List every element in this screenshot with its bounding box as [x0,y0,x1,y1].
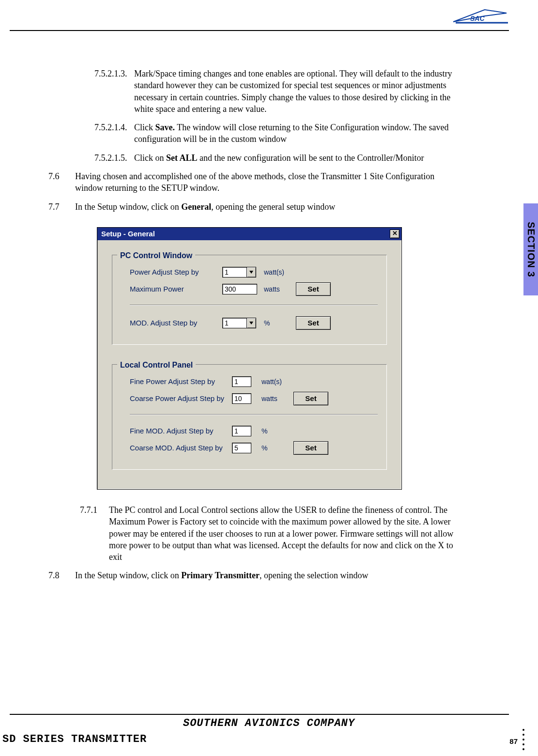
item-7-5-2-1-5: 7.5.2.1.5. Click on Set ALL and the new … [94,152,456,164]
item-text: Click on Set ALL and the new configurati… [134,152,456,164]
item-7-5-2-1-4: 7.5.2.1.4. Click Save. The window will c… [94,122,456,145]
text: In the Setup window, click on [75,202,181,212]
fine-mod-row: Fine MOD. Adjust Step by % [130,426,378,436]
set-button-power[interactable]: Set [296,282,331,296]
coarse-mod-row: Coarse MOD. Adjust Step by % Set [130,441,378,455]
text: Click [134,123,155,132]
item-7-6: 7.6 Having chosen and accomplished one o… [48,170,456,194]
dialog-titlebar[interactable]: Setup - General ✕ [97,228,401,240]
separator [130,414,378,415]
item-number: 7.7 [48,201,75,213]
item-7-5-2-1-3: 7.5.2.1.3. Mark/Space timing changes and… [94,68,456,115]
item-number: 7.8 [48,570,75,581]
footer-page-number: 87 [509,737,518,745]
item-number: 7.7.1 [80,504,109,563]
close-icon: ✕ [392,230,398,237]
setup-general-dialog: Setup - General ✕ PC Control Window Powe… [97,227,402,490]
pc-control-window-group: PC Control Window Power Adjust Step by w… [112,255,387,345]
svg-text:SAC: SAC [470,15,485,22]
bold-general: General [181,202,211,212]
mod-adjust-unit: % [264,319,293,328]
section-tab: SECTION 3 [523,203,538,295]
item-text: The PC control and Local Control section… [109,504,456,563]
text: In the Setup window, click on [75,571,181,580]
bold-primary-transmitter: Primary Transmitter [181,571,260,580]
set-button-local-mod[interactable]: Set [293,441,328,455]
power-adjust-unit: watt(s) [264,268,293,277]
item-number: 7.6 [48,170,75,194]
chevron-down-icon[interactable] [246,267,256,278]
fine-power-input[interactable] [232,376,251,387]
footer-series: SD SERIES TRANSMITTER [2,733,147,745]
footer-dots-icon [523,729,524,750]
coarse-mod-input[interactable] [232,443,251,453]
footer-rule [10,714,509,715]
power-adjust-input[interactable] [222,267,246,278]
bold-setall: Set ALL [166,153,198,163]
close-button[interactable]: ✕ [390,230,400,238]
item-number: 7.5.2.1.4. [94,122,134,145]
item-text: In the Setup window, click on Primary Tr… [75,570,456,581]
fine-mod-input[interactable] [232,426,251,436]
mod-adjust-row: MOD. Adjust Step by % Set [130,316,378,330]
set-button-local-power[interactable]: Set [293,392,328,405]
fine-power-label: Fine Power Adjust Step by [130,377,229,386]
item-7-7-1: 7.7.1 The PC control and Local Control s… [80,504,456,563]
mod-adjust-combo[interactable] [222,318,257,328]
item-number: 7.5.2.1.3. [94,68,134,115]
dialog-title: Setup - General [101,229,155,239]
item-text: Mark/Space timing changes and tone enabl… [134,68,456,115]
power-adjust-row: Power Adjust Step by watt(s) [130,267,378,278]
text: The window will close returning to the S… [134,123,449,144]
coarse-mod-label: Coarse MOD. Adjust Step by [130,443,229,453]
set-button-mod[interactable]: Set [296,316,331,330]
fine-mod-label: Fine MOD. Adjust Step by [130,426,229,436]
fine-power-unit: watt(s) [261,377,291,386]
max-power-unit: watts [264,285,293,294]
item-7-7: 7.7 In the Setup window, click on Genera… [48,201,456,213]
coarse-power-label: Coarse Power Adjust Step by [130,394,229,403]
text: and the new configuration will be sent t… [198,153,424,163]
max-power-label: Maximum Power [130,284,219,294]
chevron-down-icon[interactable] [246,318,256,328]
text: Click on [134,153,166,163]
item-text: Having chosen and accomplished one of th… [75,170,456,194]
item-text: In the Setup window, click on General, o… [75,201,456,213]
text: , opening the selection window [260,571,368,580]
group-legend: Local Control Panel [117,360,196,370]
coarse-power-unit: watts [261,394,291,403]
footer-company: SOUTHERN AVIONICS COMPANY [0,717,538,729]
coarse-power-row: Coarse Power Adjust Step by watts Set [130,392,378,405]
item-number: 7.5.2.1.5. [94,152,134,164]
coarse-power-input[interactable] [232,393,251,404]
item-7-8: 7.8 In the Setup window, click on Primar… [48,570,456,581]
item-text: Click Save. The window will close return… [134,122,456,145]
company-logo: SAC [451,7,509,27]
fine-mod-unit: % [261,427,291,436]
max-power-input[interactable] [222,284,257,294]
text: , opening the general setup window [211,202,335,212]
separator [130,305,378,306]
power-adjust-label: Power Adjust Step by [130,267,219,277]
header-rule [10,30,509,31]
mod-adjust-label: MOD. Adjust Step by [130,318,219,328]
group-legend: PC Control Window [117,250,195,261]
fine-power-row: Fine Power Adjust Step by watt(s) [130,376,378,387]
mod-adjust-input[interactable] [222,318,246,328]
power-adjust-combo[interactable] [222,267,257,278]
max-power-row: Maximum Power watts Set [130,282,378,296]
coarse-mod-unit: % [261,444,291,453]
bold-save: Save. [155,123,175,132]
local-control-panel-group: Local Control Panel Fine Power Adjust St… [112,364,387,470]
